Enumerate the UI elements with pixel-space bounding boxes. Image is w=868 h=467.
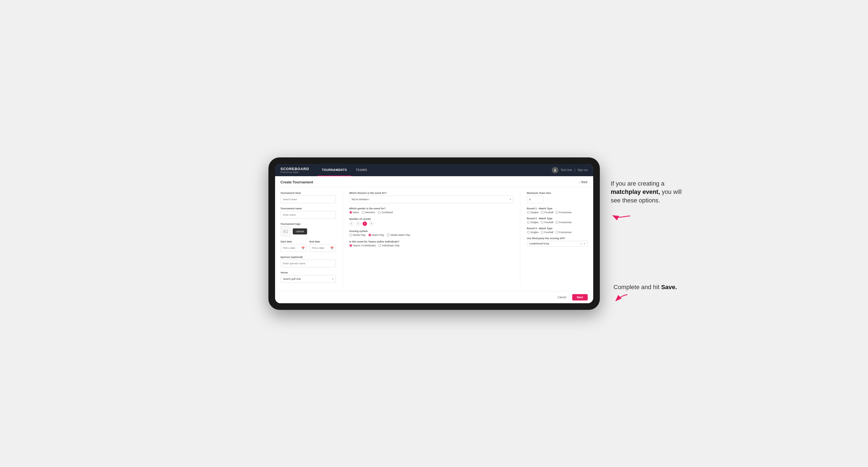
round1-foursomes[interactable]: Foursomes xyxy=(556,211,572,214)
api-tag[interactable]: Leaderboard King × ▾ xyxy=(527,241,588,247)
form-body: Tournament Host Tournament name Tourname… xyxy=(275,187,593,291)
tablet-frame: SCOREBOARD Powered by clippit TOURNAMENT… xyxy=(269,157,600,310)
form-col-middle: Which division is the event for? NCAA Di… xyxy=(349,192,514,287)
teams-label: Is this event for Teams and/or Individua… xyxy=(349,240,514,243)
rounds-number-group: 1 2 3 4 xyxy=(349,221,514,226)
round1-fourball[interactable]: Fourball xyxy=(541,211,553,214)
calendar-icon-end: 📅 xyxy=(330,246,334,249)
top-nav: SCOREBOARD Powered by clippit TOURNAMENT… xyxy=(275,164,593,176)
annotation-bottom-text: Complete and hit Save. xyxy=(614,283,680,292)
round3-options: Singles Fourball Foursomes xyxy=(527,231,588,234)
save-button[interactable]: Save xyxy=(572,294,587,301)
tournament-host-label: Tournament Host xyxy=(281,192,336,194)
teams-group: Is this event for Teams and/or Individua… xyxy=(349,240,514,247)
annotation-bottom: Complete and hit Save. xyxy=(614,283,680,302)
end-date-label: End date xyxy=(310,240,336,243)
teams-radio-group: Teams (+Individuals) Individuals Only xyxy=(349,244,514,247)
annotation-top-text: If you are creating a matchplay event, y… xyxy=(611,180,683,205)
form-header: Create Tournament ‹ Back xyxy=(275,176,593,187)
round3-label: Round 3 - Match Type xyxy=(527,227,588,230)
form-col-left: Tournament Host Tournament name Tourname… xyxy=(281,192,336,287)
gender-radio-group: Mens Womens Combined xyxy=(349,211,514,214)
round1-options: Singles Fourball Foursomes xyxy=(527,211,588,214)
arrow-top-svg xyxy=(611,211,633,221)
sign-out-link[interactable]: Sign out xyxy=(578,168,588,172)
tournament-host-input[interactable] xyxy=(281,195,336,203)
arrow-bottom-svg xyxy=(614,293,630,302)
gender-group: Which gender is the event for? Mens Wome… xyxy=(349,207,514,214)
division-select-wrapper: NCAA Division I xyxy=(349,195,514,203)
tournament-logo-group: Tournament logo Upload xyxy=(281,223,336,237)
scoring-medal[interactable]: Medal Match Play xyxy=(387,234,410,237)
sponsor-group: Sponsor (optional) xyxy=(281,256,336,267)
nav-tab-tournaments[interactable]: TOURNAMENTS xyxy=(317,164,351,176)
nav-right: Test User | Sign out xyxy=(552,167,588,174)
back-button[interactable]: ‹ Back xyxy=(580,181,588,184)
gender-womens[interactable]: Womens xyxy=(362,211,375,214)
start-date-group: Start date 📅 xyxy=(281,240,307,252)
calendar-icon: 📅 xyxy=(301,246,305,249)
api-label: Use third-party live scoring API? xyxy=(527,237,588,240)
rounds-label: Number of rounds xyxy=(349,218,514,220)
scoring-stroke[interactable]: Stroke Play xyxy=(349,234,366,237)
teams-teams[interactable]: Teams (+Individuals) xyxy=(349,244,376,247)
round2-singles[interactable]: Singles xyxy=(527,221,539,224)
gender-label: Which gender is the event for? xyxy=(349,207,514,210)
gender-mens[interactable]: Mens xyxy=(349,211,359,214)
round3-foursomes[interactable]: Foursomes xyxy=(556,231,572,234)
avatar xyxy=(552,167,558,174)
sponsor-input[interactable] xyxy=(281,259,336,267)
nav-tab-teams[interactable]: TEAMS xyxy=(351,164,371,176)
upload-button[interactable]: Upload xyxy=(293,228,307,235)
nav-tabs: TOURNAMENTS TEAMS xyxy=(317,164,552,176)
form-title: Create Tournament xyxy=(281,180,313,184)
round-4[interactable]: 4 xyxy=(369,221,374,226)
start-date-label: Start date xyxy=(281,240,307,243)
start-date-wrapper: 📅 xyxy=(281,244,307,252)
tournament-name-input[interactable] xyxy=(281,211,336,219)
tournament-name-label: Tournament name xyxy=(281,207,336,210)
cancel-button[interactable]: Cancel xyxy=(554,294,569,301)
round2-label: Round 2 - Match Type xyxy=(527,217,588,220)
col-divider-2 xyxy=(520,192,520,287)
brand-sub: Powered by clippit xyxy=(281,171,309,174)
svg-rect-1 xyxy=(284,230,287,233)
round-2[interactable]: 2 xyxy=(356,221,361,226)
venue-group: Venue Search golf club xyxy=(281,271,336,283)
round2-match-type: Round 2 - Match Type Singles Fourball xyxy=(527,217,588,224)
api-close-icon[interactable]: × xyxy=(581,242,582,245)
round2-foursomes[interactable]: Foursomes xyxy=(556,221,572,224)
user-name: Test User xyxy=(561,168,572,172)
round-3[interactable]: 3 xyxy=(363,221,367,226)
brand-name: SCOREBOARD xyxy=(281,167,309,171)
round1-match-type: Round 1 - Match Type Singles Fourball xyxy=(527,207,588,214)
scoring-match[interactable]: Match Play xyxy=(368,234,384,237)
api-arrow-icon: ▾ xyxy=(584,242,585,245)
scoring-label: Scoring system xyxy=(349,230,514,232)
round-1[interactable]: 1 xyxy=(349,221,354,226)
tournament-name-group: Tournament name xyxy=(281,207,336,219)
venue-select-wrapper: Search golf club xyxy=(281,275,336,283)
api-section: Use third-party live scoring API? Leader… xyxy=(527,237,588,247)
venue-label: Venue xyxy=(281,271,336,274)
logo-placeholder xyxy=(281,226,290,237)
teams-individuals[interactable]: Individuals Only xyxy=(378,244,400,247)
round3-match-type: Round 3 - Match Type Singles Fourball xyxy=(527,227,588,234)
logo-area: SCOREBOARD Powered by clippit xyxy=(281,167,309,174)
max-team-size-label: Maximum Team Size xyxy=(527,192,588,194)
round2-options: Singles Fourball Foursomes xyxy=(527,221,588,224)
round2-fourball[interactable]: Fourball xyxy=(541,221,553,224)
max-team-size-input[interactable] xyxy=(527,195,544,203)
division-select[interactable]: NCAA Division I xyxy=(349,195,514,203)
tournament-logo-label: Tournament logo xyxy=(281,223,336,225)
round3-singles[interactable]: Singles xyxy=(527,231,539,234)
round3-fourball[interactable]: Fourball xyxy=(541,231,553,234)
gender-combined[interactable]: Combined xyxy=(378,211,393,214)
round1-label: Round 1 - Match Type xyxy=(527,207,588,210)
division-label: Which division is the event for? xyxy=(349,192,514,194)
max-team-size-group: Maximum Team Size xyxy=(527,192,588,203)
form-page: Create Tournament ‹ Back Tournament Host xyxy=(275,176,593,303)
round1-singles[interactable]: Singles xyxy=(527,211,539,214)
rounds-group: Number of rounds 1 2 3 4 xyxy=(349,218,514,226)
venue-select[interactable]: Search golf club xyxy=(281,275,336,283)
